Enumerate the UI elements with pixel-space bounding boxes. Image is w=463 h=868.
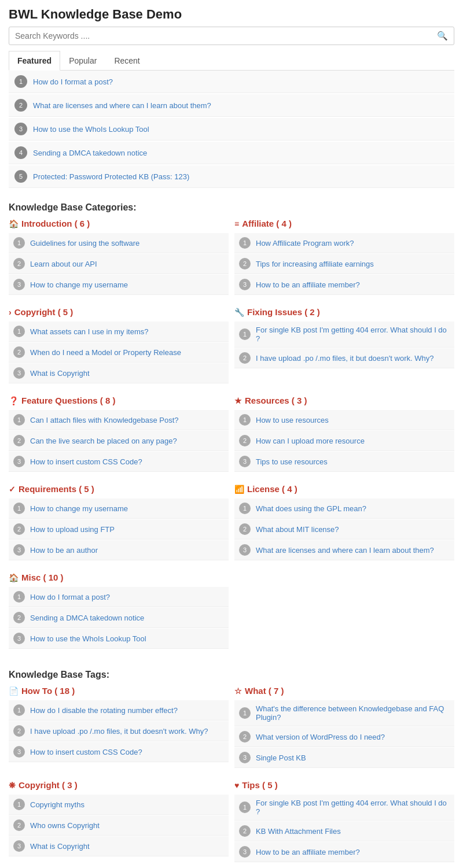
list-item[interactable]: 3How to be an affiliate member? (234, 275, 454, 295)
item-link[interactable]: How to use the WhoIs Lookup Tool (33, 125, 149, 134)
category-header[interactable]: ☆What ( 7 ) (234, 686, 454, 696)
list-item[interactable]: 3How to be an author (9, 540, 229, 560)
list-item[interactable]: 1How do I disable the rotating number ef… (9, 700, 229, 721)
list-item[interactable]: 1What assets can I use in my items? (9, 322, 229, 342)
item-link[interactable]: Protected: Password Protected KB (Pass: … (33, 172, 189, 181)
item-link[interactable]: How Affilicate Program work? (256, 239, 354, 248)
list-item[interactable]: 1Guidelines for using the software (9, 233, 229, 253)
list-item[interactable]: 2How can I upload more resource (234, 431, 454, 451)
item-link[interactable]: What's the difference between Knowledgeb… (256, 704, 450, 722)
tab-featured[interactable]: Featured (9, 51, 60, 71)
list-item[interactable]: 1How to change my username (9, 498, 229, 519)
item-link[interactable]: Sending a DMCA takedown notice (30, 614, 144, 622)
featured-item[interactable]: 3How to use the WhoIs Lookup Tool (9, 118, 454, 141)
category-header[interactable]: 📶License ( 4 ) (234, 484, 454, 494)
list-item[interactable]: 1What's the difference between Knowledge… (234, 700, 454, 726)
item-link[interactable]: Copyright myths (30, 800, 84, 809)
list-item[interactable]: 1How Affilicate Program work? (234, 233, 454, 253)
list-item[interactable]: 1Copyright myths (9, 795, 229, 815)
category-header[interactable]: ♥Tips ( 5 ) (234, 780, 454, 790)
category-header[interactable]: 🏠Introduction ( 6 ) (9, 219, 229, 228)
list-item[interactable]: 1For single KB post I'm getting 404 erro… (234, 322, 454, 348)
item-link[interactable]: Tips to use resources (256, 457, 328, 466)
item-link[interactable]: What are licenses and where can I learn … (33, 101, 211, 110)
item-link[interactable]: How to insert custom CSS Code? (30, 457, 142, 466)
list-item[interactable]: 3How to be an affiliate member? (234, 842, 454, 862)
list-item[interactable]: 3How to insert custom CSS Code? (9, 452, 229, 472)
category-header[interactable]: ≡Affiliate ( 4 ) (234, 219, 454, 228)
item-link[interactable]: For single KB post I'm getting 404 error… (256, 326, 450, 343)
list-item[interactable]: 2What about MIT license? (234, 519, 454, 540)
category-header[interactable]: ❓Feature Questions ( 8 ) (9, 396, 229, 405)
item-link[interactable]: How to be an affiliate member? (256, 280, 360, 289)
item-link[interactable]: How to upload using FTP (30, 525, 115, 534)
list-item[interactable]: 1How do I format a post? (9, 587, 229, 607)
item-link[interactable]: When do I need a Model or Property Relea… (30, 348, 181, 357)
list-item[interactable]: 2I have upload .po /.mo files, it but do… (234, 348, 454, 368)
item-link[interactable]: Can I attach files with Knowledgebase Po… (30, 416, 179, 424)
list-item[interactable]: 3Single Post KB (234, 748, 454, 768)
item-link[interactable]: How do I disable the rotating number eff… (30, 706, 178, 715)
featured-item[interactable]: 5Protected: Password Protected KB (Pass:… (9, 165, 454, 188)
category-header[interactable]: 🏠Misc ( 10 ) (9, 572, 229, 582)
item-link[interactable]: For single KB post I'm getting 404 error… (256, 799, 450, 816)
category-header[interactable]: 🔧Fixing Issues ( 2 ) (234, 307, 454, 317)
item-link[interactable]: What does using the GPL mean? (256, 504, 366, 513)
list-item[interactable]: 3What is Copyright (9, 363, 229, 383)
category-header[interactable]: ★Resources ( 3 ) (234, 396, 454, 405)
list-item[interactable]: 2When do I need a Model or Property Rele… (9, 342, 229, 363)
list-item[interactable]: 2I have upload .po /.mo files, it but do… (9, 721, 229, 741)
item-link[interactable]: What are licenses and where can I learn … (256, 546, 434, 555)
list-item[interactable]: 3How to insert custom CSS Code? (9, 742, 229, 762)
item-link[interactable]: Learn about our API (30, 260, 97, 268)
item-link[interactable]: I have upload .po /.mo files, it but doe… (256, 354, 433, 363)
item-link[interactable]: How to change my username (30, 504, 128, 513)
item-link[interactable]: How to be an author (30, 546, 98, 555)
category-header[interactable]: ›Copyright ( 5 ) (9, 307, 229, 317)
list-item[interactable]: 1How to use resources (234, 410, 454, 430)
list-item[interactable]: 2Can the live search be placed on any pa… (9, 431, 229, 451)
featured-item[interactable]: 1How do I format a post? (9, 71, 454, 93)
list-item[interactable]: 3What are licenses and where can I learn… (234, 540, 454, 560)
item-link[interactable]: How to change my username (30, 280, 128, 289)
list-item[interactable]: 3What is Copyright (9, 836, 229, 856)
list-item[interactable]: 2Who owns Copyright (9, 815, 229, 836)
list-item[interactable]: 2Sending a DMCA takedown notice (9, 608, 229, 628)
item-link[interactable]: KB With Attachment Files (256, 827, 341, 836)
list-item[interactable]: 2Tips for increasing affiliate earnings (234, 254, 454, 274)
item-link[interactable]: How to be an affiliate member? (256, 848, 360, 856)
item-link[interactable]: How to insert custom CSS Code? (30, 748, 142, 756)
item-link[interactable]: Tips for increasing affiliate earnings (256, 260, 374, 268)
featured-item[interactable]: 2What are licenses and where can I learn… (9, 94, 454, 117)
item-link[interactable]: How to use resources (256, 416, 329, 424)
item-link[interactable]: What is Copyright (30, 369, 90, 378)
item-link[interactable]: What about MIT license? (256, 525, 339, 534)
tab-recent[interactable]: Recent (105, 51, 148, 71)
list-item[interactable]: 3Tips to use resources (234, 452, 454, 472)
item-link[interactable]: What is Copyright (30, 842, 90, 851)
item-link[interactable]: Can the live search be placed on any pag… (30, 437, 177, 445)
item-link[interactable]: Guidelines for using the software (30, 239, 139, 248)
item-link[interactable]: How do I format a post? (30, 593, 110, 601)
tab-popular[interactable]: Popular (60, 51, 105, 71)
list-item[interactable]: 3How to change my username (9, 275, 229, 295)
item-link[interactable]: Sending a DMCA takedown notice (33, 149, 147, 157)
item-link[interactable]: What version of WordPress do I need? (256, 733, 385, 741)
list-item[interactable]: 3How to use the WhoIs Lookup Tool (9, 629, 229, 649)
search-input[interactable] (15, 31, 437, 40)
item-link[interactable]: Single Post KB (256, 754, 306, 762)
list-item[interactable]: 2Learn about our API (9, 254, 229, 274)
item-link[interactable]: How can I upload more resource (256, 437, 365, 445)
item-link[interactable]: How do I format a post? (33, 77, 113, 86)
category-header[interactable]: 📄How To ( 18 ) (9, 686, 229, 696)
list-item[interactable]: 1What does using the GPL mean? (234, 498, 454, 519)
item-link[interactable]: I have upload .po /.mo files, it but doe… (30, 727, 208, 736)
list-item[interactable]: 2How to upload using FTP (9, 519, 229, 540)
featured-item[interactable]: 4Sending a DMCA takedown notice (9, 142, 454, 164)
item-link[interactable]: Who owns Copyright (30, 821, 100, 830)
item-link[interactable]: How to use the WhoIs Lookup Tool (30, 634, 146, 643)
list-item[interactable]: 2KB With Attachment Files (234, 821, 454, 841)
list-item[interactable]: 1Can I attach files with Knowledgebase P… (9, 410, 229, 430)
list-item[interactable]: 1For single KB post I'm getting 404 erro… (234, 795, 454, 821)
list-item[interactable]: 2What version of WordPress do I need? (234, 727, 454, 747)
